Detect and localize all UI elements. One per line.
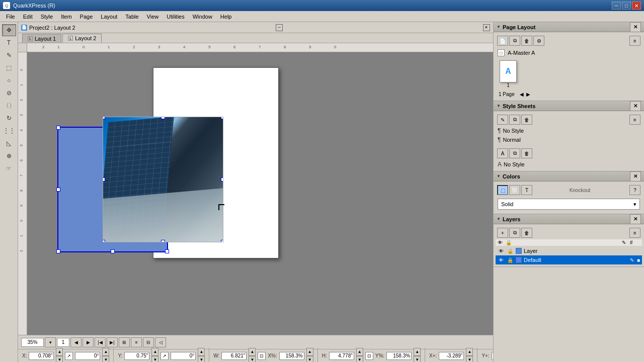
maximize-button[interactable]: □ (622, 2, 631, 10)
style-sheets-close-btn[interactable]: ✕ (630, 101, 641, 111)
color-frame-btn[interactable]: ⬜ (509, 185, 520, 195)
color-text-btn[interactable]: T (521, 185, 532, 195)
scissors-tool[interactable]: ⊘ (2, 87, 16, 99)
w-down-btn[interactable]: ▼ (249, 356, 256, 363)
angle1-down-btn[interactable]: ▼ (102, 356, 109, 363)
page-thumb-1[interactable]: A (500, 60, 517, 82)
color-mode-dropdown[interactable]: Solid ▾ (498, 199, 640, 210)
zoom-tool[interactable]: ⊕ (2, 150, 16, 162)
last-page-btn[interactable]: ▶| (107, 337, 118, 347)
layers-header[interactable]: ▼ Layers ✕ (494, 214, 644, 224)
menu-utilities[interactable]: Utilities (163, 13, 188, 21)
menu-help[interactable]: Help (216, 13, 236, 21)
close-button[interactable]: ✕ (632, 2, 641, 10)
view-mode-btn1[interactable]: ⊞ (119, 337, 130, 347)
style-sheets-header[interactable]: ▼ Style Sheets ✕ (494, 101, 644, 111)
layers-menu-btn[interactable]: ≡ (629, 228, 640, 238)
angle2-down-btn[interactable]: ▼ (198, 356, 205, 363)
selection-tool[interactable]: ✥ (2, 24, 16, 36)
scalex-up-btn[interactable]: ▲ (306, 348, 313, 356)
grid-tool[interactable]: ⋮⋮ (2, 125, 16, 137)
new-style-btn[interactable]: ✎ (497, 115, 508, 125)
scaley-up-btn[interactable]: ▲ (414, 348, 421, 356)
link-tool[interactable]: ◺ (2, 137, 16, 149)
menu-layout[interactable]: Layout (97, 13, 121, 21)
building-image-box[interactable] (103, 117, 223, 242)
h-down-btn[interactable]: ▼ (356, 356, 363, 363)
hand-tool[interactable]: ☞ (2, 162, 16, 174)
view-mode-btn3[interactable]: ⊟ (143, 337, 154, 347)
next-page-btn[interactable]: ▶ (83, 337, 94, 347)
scroll-indicator[interactable]: ◁ (155, 337, 166, 347)
handle-br[interactable] (165, 249, 169, 253)
page-nav-left[interactable]: ◀ (520, 92, 524, 97)
handle-tl[interactable] (56, 126, 60, 130)
page-number[interactable]: 1 (57, 338, 69, 347)
menu-file[interactable]: File (2, 13, 19, 21)
new-char-style-btn[interactable]: A (497, 148, 508, 158)
menu-table[interactable]: Table (121, 13, 142, 21)
layer-lock-2[interactable]: 🔒 (507, 256, 514, 263)
w-up-btn[interactable]: ▲ (249, 348, 256, 356)
del-char-style-btn[interactable]: 🗑 (521, 148, 532, 158)
colors-header[interactable]: ▼ Colors ✕ (494, 171, 644, 182)
delete-style-btn[interactable]: 🗑 (521, 115, 532, 125)
zoom-dropdown-btn[interactable]: ▾ (45, 337, 56, 347)
menu-page[interactable]: Page (76, 13, 97, 21)
img-handle-mr[interactable] (221, 177, 223, 182)
document-minimize-button[interactable]: ─ (276, 24, 283, 31)
x-down-btn[interactable]: ▼ (56, 356, 63, 363)
offsetx-down-btn[interactable]: ▼ (466, 356, 473, 363)
h-up-btn[interactable]: ▲ (356, 348, 363, 356)
menu-view[interactable]: View (143, 13, 163, 21)
layers-close-btn[interactable]: ✕ (630, 214, 641, 224)
x-input[interactable] (29, 352, 54, 360)
tab-layout2[interactable]: L Layout 2 (62, 34, 102, 43)
canvas[interactable] (27, 52, 493, 335)
y-up-btn[interactable]: ▲ (151, 348, 158, 356)
zoom-level[interactable]: 35% (21, 338, 44, 347)
document-close-button[interactable]: ✕ (483, 24, 490, 31)
style-normal-para[interactable]: ¶ Normal (496, 135, 642, 144)
new-layout-btn[interactable]: 📄 (497, 36, 508, 46)
delete-layer-btn[interactable]: 🗑 (521, 228, 532, 238)
menu-edit[interactable]: Edit (19, 13, 37, 21)
menu-style[interactable]: Style (37, 13, 57, 21)
dup-char-style-btn[interactable]: ⧉ (509, 148, 520, 158)
view-mode-btn2[interactable]: ≡ (131, 337, 142, 347)
scalex-input[interactable] (279, 352, 304, 360)
x-up-btn[interactable]: ▲ (56, 348, 63, 356)
layer-lock-1[interactable]: 🔒 (507, 247, 514, 254)
y-input[interactable] (124, 352, 149, 360)
style-menu-btn[interactable]: ≡ (629, 115, 640, 125)
layer-layer[interactable]: 👁 🔒 Layer (496, 246, 642, 255)
duplicate-layout-btn[interactable]: ⧉ (509, 36, 520, 46)
scalex-down-btn[interactable]: ▼ (306, 356, 313, 363)
angle1-up-btn[interactable]: ▲ (102, 348, 109, 356)
img-handle-br[interactable] (221, 240, 223, 242)
angle1-input[interactable] (75, 352, 100, 360)
img-handle-ml[interactable] (103, 177, 105, 182)
w-input[interactable] (221, 352, 247, 360)
offsetx-up-btn[interactable]: ▲ (466, 348, 473, 356)
scaley-input[interactable] (386, 352, 412, 360)
panel-close-btn[interactable]: ✕ (630, 22, 641, 32)
page-nav-right[interactable]: ▶ (526, 92, 530, 97)
layer-vis-2[interactable]: 👁 (498, 256, 505, 263)
first-page-btn[interactable]: |◀ (95, 337, 106, 347)
prev-page-btn[interactable]: ◀ (70, 337, 82, 347)
img-handle-bm[interactable] (161, 240, 165, 242)
color-solid-btn[interactable]: ⬚ (497, 185, 508, 195)
tab-layout1[interactable]: L Layout 1 (22, 34, 61, 43)
y-down-btn[interactable]: ▼ (151, 356, 158, 363)
oval-tool[interactable]: ○ (2, 74, 16, 86)
scaley-down-btn[interactable]: ▼ (414, 356, 421, 363)
halftone-info-btn[interactable]: ? (629, 185, 640, 195)
angle2-input[interactable] (171, 352, 196, 360)
new-layer-btn[interactable]: + (497, 228, 508, 238)
img-handle-tm[interactable] (161, 117, 165, 119)
angle2-up-btn[interactable]: ▲ (198, 348, 205, 356)
handle-bm[interactable] (111, 249, 115, 253)
bezier-tool[interactable]: 〈〉 (2, 100, 16, 112)
style-no-style-char[interactable]: A No Style (496, 160, 642, 169)
